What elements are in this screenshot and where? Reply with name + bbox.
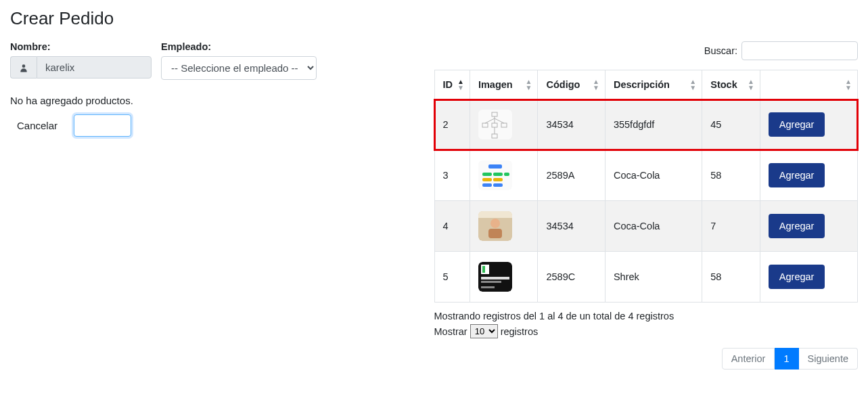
search-input[interactable] [741,41,858,60]
sort-down-icon: ▼ [748,85,754,91]
svg-rect-15 [493,178,503,181]
col-code[interactable]: Código ▲▼ [538,70,605,99]
svg-rect-25 [481,277,509,280]
svg-line-7 [485,118,495,123]
add-button[interactable]: Agregar [769,265,825,289]
table-row: 434534Coca-Cola7Agregar [434,201,858,252]
svg-rect-3 [492,123,497,127]
prev-page-button[interactable]: Anterior [722,348,775,370]
cell-image [470,201,538,252]
svg-rect-1 [492,112,497,116]
name-label: Nombre: [10,41,152,52]
col-image[interactable]: Imagen ▲▼ [470,70,538,99]
cell-stock: 58 [702,252,760,303]
save-button[interactable]: Guardar [74,114,131,137]
col-action: ▲▼ [760,70,857,99]
col-id[interactable]: ID ▲▼ [434,70,470,99]
sort-down-icon: ▼ [593,85,599,91]
show-suffix: registros [501,326,539,337]
cell-code: 34534 [538,99,605,150]
product-thumbnail [478,211,512,241]
pagination: Anterior 1 Siguiente [434,348,859,370]
cell-id: 5 [434,252,470,303]
svg-rect-20 [488,229,502,238]
user-icon [10,56,37,79]
svg-line-8 [495,118,504,123]
svg-rect-2 [482,123,488,127]
svg-rect-27 [481,286,495,288]
cell-action: Agregar [760,99,857,150]
employee-label: Empleado: [161,41,317,52]
show-prefix: Mostrar [434,326,467,337]
svg-rect-4 [501,123,507,127]
cell-code: 34534 [538,201,605,252]
table-row: 32589ACoca-Cola58Agregar [434,150,858,201]
cell-action: Agregar [760,150,857,201]
table-row: 234534355fdgfdf45Agregar [434,99,858,150]
svg-rect-13 [504,173,509,176]
col-desc[interactable]: Descripción ▲▼ [605,70,702,99]
svg-rect-5 [492,134,497,138]
col-code-label: Código [546,79,580,90]
add-button[interactable]: Agregar [769,214,825,238]
page-title: Crear Pedido [10,8,858,29]
svg-point-19 [490,219,500,228]
svg-rect-12 [493,173,503,176]
svg-rect-14 [482,178,492,181]
add-button[interactable]: Agregar [769,112,825,137]
cell-image [470,99,538,150]
col-stock-label: Stock [710,79,737,90]
cell-image [470,252,538,303]
col-image-label: Imagen [478,79,513,90]
cell-code: 2589C [538,252,605,303]
svg-rect-21 [478,211,512,218]
cell-stock: 7 [702,201,760,252]
svg-rect-10 [488,164,502,169]
sort-down-icon: ▼ [457,85,464,91]
product-thumbnail [478,110,512,139]
name-input[interactable] [37,56,152,79]
product-thumbnail [478,160,512,190]
search-label: Buscar: [704,45,737,56]
cell-id: 2 [434,99,470,150]
page-size-select[interactable]: 10 [470,324,498,338]
cell-action: Agregar [760,252,857,303]
sort-down-icon: ▼ [689,85,696,91]
cell-desc: Coca-Cola [605,201,702,252]
cell-desc: Shrek [605,252,702,303]
col-stock[interactable]: Stock ▲▼ [702,70,760,99]
sort-down-icon: ▼ [845,85,852,91]
sort-down-icon: ▼ [526,85,532,91]
svg-rect-17 [493,183,503,187]
products-table: ID ▲▼ Imagen ▲▼ Código ▲▼ Descripción ▲▼ [434,70,859,303]
cell-stock: 58 [702,150,760,201]
cell-code: 2589A [538,150,605,201]
add-button[interactable]: Agregar [769,163,825,187]
page-1-button[interactable]: 1 [775,348,798,370]
next-page-button[interactable]: Siguiente [799,348,858,370]
cell-id: 4 [434,201,470,252]
no-products-message: No ha agregado productos. [10,95,421,106]
col-desc-label: Descripción [614,79,670,90]
svg-rect-11 [482,173,492,176]
cell-desc: 355fdgfdf [605,99,702,150]
employee-select[interactable]: -- Seleccione el empleado -- [161,56,317,80]
svg-rect-24 [482,266,485,273]
table-info: Mostrando registros del 1 al 4 de un tot… [434,311,859,321]
cell-stock: 45 [702,99,760,150]
product-thumbnail [478,262,512,292]
cell-action: Agregar [760,201,857,252]
cell-desc: Coca-Cola [605,150,702,201]
cancel-button[interactable]: Cancelar [10,116,64,135]
col-id-label: ID [443,79,453,90]
table-row: 52589CShrek58Agregar [434,252,858,303]
svg-rect-16 [482,183,492,187]
cell-id: 3 [434,150,470,201]
svg-point-0 [22,64,26,68]
svg-rect-26 [481,281,501,283]
cell-image [470,150,538,201]
